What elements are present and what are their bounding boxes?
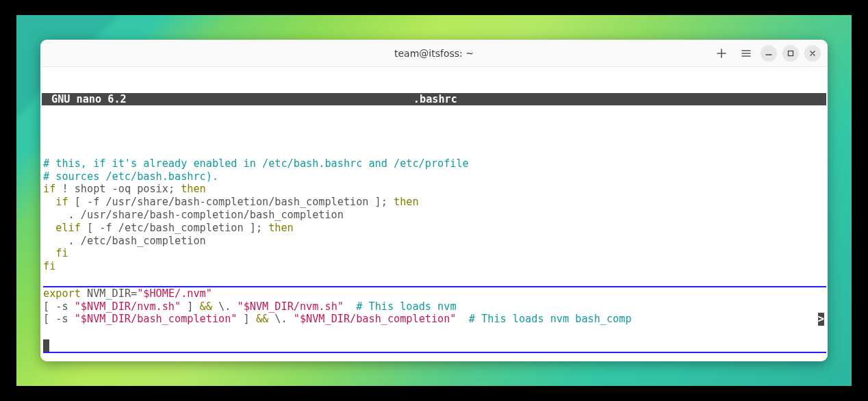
code-line: . /etc/bash_completion	[43, 235, 206, 247]
window-titlebar: team@itsfoss: ~	[40, 40, 828, 67]
new-tab-icon[interactable]	[715, 47, 728, 60]
close-button[interactable]	[804, 45, 821, 62]
kw-elif: elif	[43, 222, 81, 234]
minimize-button[interactable]	[761, 45, 777, 62]
kw-fi: fi	[43, 260, 55, 272]
text-cursor	[43, 339, 49, 352]
editor-content[interactable]: # this, if it's already enabled in /etc/…	[42, 144, 826, 361]
code-comment: # This loads nvm	[344, 300, 457, 313]
desktop-wallpaper: team@itsfoss: ~	[16, 15, 852, 386]
highlight-bar	[43, 273, 826, 287]
kw-if: if	[43, 196, 68, 208]
code-comment: # This loads nvm bash_comp	[457, 313, 632, 325]
kw-fi: fi	[43, 247, 68, 259]
string: "$NVM_DIR/bash_completion"	[294, 313, 457, 325]
kw-then: then	[268, 222, 294, 234]
window-title: team@itsfoss: ~	[394, 48, 474, 59]
hamburger-menu-icon[interactable]	[740, 47, 752, 60]
string: "$NVM_DIR/nvm.sh"	[237, 300, 343, 313]
kw-then: then	[394, 196, 419, 208]
string: "$NVM_DIR/bash_completion"	[75, 313, 238, 325]
kw-if: if	[43, 183, 55, 195]
highlight-bar	[43, 339, 826, 353]
nano-file-name: .bashrc	[127, 93, 826, 106]
code-line: . /usr/share/bash-completion/bash_comple…	[43, 209, 344, 221]
string: "$NVM_DIR/nvm.sh"	[75, 300, 181, 313]
string: "$HOME/.nvm"	[137, 287, 212, 300]
window-controls	[761, 45, 821, 62]
code-comment: # this, if it's already enabled in /etc/…	[43, 157, 469, 170]
kw-then: then	[181, 183, 206, 195]
nano-app-name: GNU nano 6.2	[42, 93, 127, 106]
nano-header-bar: GNU nano 6.2 .bashrc	[42, 93, 826, 106]
maximize-button[interactable]	[782, 45, 799, 62]
code-comment: # sources /etc/bash.bashrc).	[43, 170, 218, 183]
kw-export: export	[43, 287, 81, 300]
svg-rect-0	[789, 51, 793, 55]
line-overflow-indicator: >	[818, 313, 824, 326]
terminal-window: team@itsfoss: ~	[40, 40, 828, 361]
terminal-viewport[interactable]: GNU nano 6.2 .bashrc # this, if it's alr…	[40, 67, 828, 361]
titlebar-actions	[715, 47, 752, 60]
